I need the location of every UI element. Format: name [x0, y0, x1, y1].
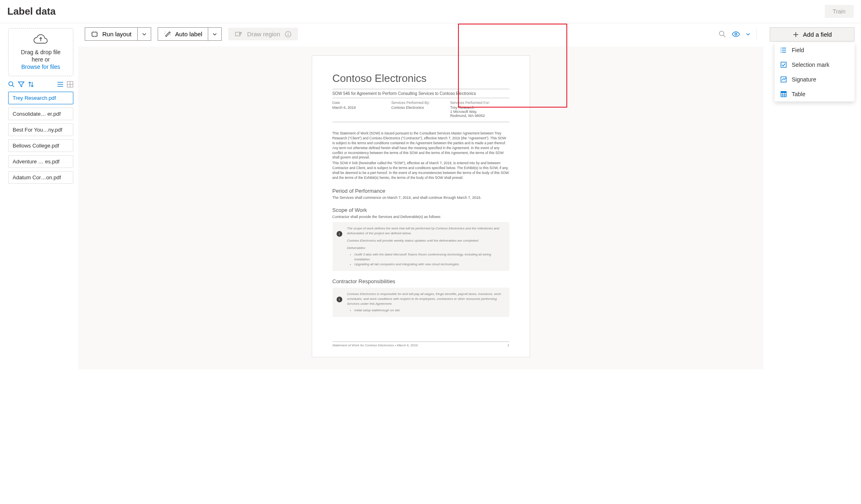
draw-region-label: Draw region — [247, 31, 280, 37]
zoom-icon[interactable] — [719, 31, 726, 38]
browse-files-link[interactable]: Browse for files — [12, 63, 70, 70]
callout1-l2: Contoso Electronics will provide weekly … — [347, 238, 504, 243]
callout2-l1: Contoso Electronics is responsible for a… — [347, 292, 504, 306]
dropdown-field-label: Field — [792, 47, 804, 53]
plus-icon — [793, 31, 799, 38]
svg-rect-33 — [781, 77, 786, 82]
filter-icon[interactable] — [18, 81, 24, 88]
svg-point-20 — [288, 32, 289, 33]
document-page: Contoso Electronics SOW 546 for Agreemen… — [312, 55, 530, 357]
search-icon[interactable] — [8, 81, 15, 88]
meta-for-label: Services Performed For: — [450, 101, 509, 105]
auto-label-chevron[interactable] — [208, 27, 222, 41]
chevron-down-icon — [142, 32, 147, 37]
file-item[interactable]: Trey Research.pdf — [8, 92, 73, 104]
chevron-down-icon — [212, 32, 217, 37]
run-layout-chevron[interactable] — [138, 27, 151, 41]
meta-for-value3: Redmond, WA 98052 — [450, 114, 509, 118]
content-toolbar: Run layout Auto label Draw region — [78, 23, 763, 46]
doc-meta: Date March 6, 2019 Services Performed By… — [333, 101, 509, 122]
draw-region-icon — [235, 31, 242, 37]
meta-for-value2: 1 Microsoft Way, — [450, 110, 509, 114]
dropdown-signature-label: Signature — [792, 76, 816, 83]
selection-mark-icon — [780, 62, 787, 68]
doc-title: Contoso Electronics — [333, 72, 509, 85]
file-item[interactable]: Bellows College.pdf — [8, 139, 73, 152]
dropdown-selection-mark[interactable]: Selection mark — [775, 57, 854, 72]
meta-for-value1: Trey Research — [450, 106, 509, 110]
callout1-l1: The scope of work defines the work that … — [347, 226, 504, 236]
doc-period-heading: Period of Performance — [333, 188, 509, 194]
add-field-label: Add a field — [803, 31, 832, 38]
callout1-b2: Upgrading all lab computers and integrat… — [355, 262, 504, 267]
dropdown-field[interactable]: Field — [775, 43, 854, 57]
doc-sow: SOW 546 for Agreement to Perform Consult… — [333, 89, 509, 98]
meta-by-value: Contoso Electronics — [391, 106, 450, 110]
content-area: Run layout Auto label Draw region — [78, 23, 763, 370]
dropdown-signature[interactable]: Signature — [775, 72, 854, 87]
run-layout-label: Run layout — [102, 31, 132, 37]
meta-date-value: March 6, 2019 — [333, 106, 392, 110]
svg-point-23 — [735, 33, 737, 35]
dropdown-table[interactable]: Table — [775, 87, 854, 101]
auto-label-text: Auto label — [175, 31, 203, 37]
footer-right: 1 — [507, 343, 509, 347]
svg-point-29 — [781, 48, 782, 48]
doc-resp-heading: Contractor Responsibilities — [333, 278, 509, 284]
file-dropzone[interactable]: Drag & drop file here or Browse for file… — [8, 28, 73, 76]
svg-point-21 — [720, 31, 724, 35]
list-view-icon[interactable] — [57, 81, 64, 88]
svg-line-22 — [723, 35, 725, 37]
file-item[interactable]: Adatum Cor…on.pdf — [8, 171, 73, 184]
dropzone-text1: Drag & drop file — [12, 48, 70, 56]
doc-footer: Statement of Work for Contoso Electronic… — [333, 341, 509, 347]
doc-para1: This Statement of Work (SOW) is issued p… — [333, 131, 509, 160]
table-icon — [780, 91, 787, 97]
sidebar: Drag & drop file here or Browse for file… — [0, 23, 78, 370]
file-item[interactable]: Consolidate… er.pdf — [8, 108, 73, 120]
doc-scope-text: Contractor shall provide the Services an… — [333, 215, 509, 219]
svg-point-31 — [781, 52, 782, 53]
auto-label-button[interactable]: Auto label — [158, 27, 209, 41]
train-button[interactable]: Train — [825, 5, 854, 18]
svg-line-1 — [12, 85, 14, 87]
run-layout-button[interactable]: Run layout — [85, 27, 138, 41]
doc-para2: This SOW # 546 (hereinafter called the "… — [333, 161, 509, 180]
upload-cloud-icon — [33, 34, 48, 45]
doc-scope-heading: Scope of Work — [333, 207, 509, 213]
page-header: Label data Train — [0, 0, 861, 23]
add-field-button[interactable]: Add a field — [770, 27, 854, 42]
eye-icon[interactable] — [732, 31, 740, 37]
file-item[interactable]: Adventure … es.pdf — [8, 155, 73, 168]
info-circle-icon: i — [337, 231, 342, 237]
svg-rect-35 — [781, 92, 786, 93]
callout1-l3: Deliverables: — [347, 246, 504, 251]
chevron-down-icon[interactable] — [746, 32, 751, 37]
doc-period-text: The Services shall commence on March 7, … — [333, 196, 509, 200]
toolbar-separator — [756, 29, 757, 40]
doc-callout2: i Contoso Electronics is responsible for… — [333, 288, 509, 317]
callout2-b1: Initial setup walkthrough on site — [355, 308, 504, 313]
layout-icon — [91, 31, 98, 37]
dropdown-selection-mark-label: Selection mark — [792, 62, 830, 68]
dropzone-text2: here or — [12, 56, 70, 63]
page-title: Label data — [7, 6, 56, 17]
signature-icon — [780, 76, 787, 83]
doc-callout1: i The scope of work defines the work tha… — [333, 222, 509, 271]
meta-date-label: Date — [333, 101, 392, 105]
svg-rect-32 — [781, 62, 786, 68]
fields-pane: Add a field Field Selection mark Signatu… — [763, 23, 861, 370]
field-type-dropdown: Field Selection mark Signature Table — [775, 43, 854, 101]
document-viewport[interactable]: Contoso Electronics SOW 546 for Agreemen… — [78, 46, 763, 370]
draw-region-button: Draw region — [228, 28, 298, 40]
dropdown-table-label: Table — [792, 91, 805, 97]
info-circle-icon: i — [337, 297, 342, 302]
wand-icon — [164, 31, 171, 37]
file-item[interactable]: Best For You…ny.pdf — [8, 123, 73, 136]
meta-by-label: Services Performed By: — [391, 101, 450, 105]
sort-icon[interactable] — [28, 81, 34, 88]
callout1-b1: Outfit 3 labs with the latest Microsoft … — [355, 252, 504, 262]
svg-point-30 — [781, 50, 782, 51]
file-list: Trey Research.pdf Consolidate… er.pdf Be… — [8, 92, 73, 184]
grid-view-icon[interactable] — [67, 81, 73, 88]
